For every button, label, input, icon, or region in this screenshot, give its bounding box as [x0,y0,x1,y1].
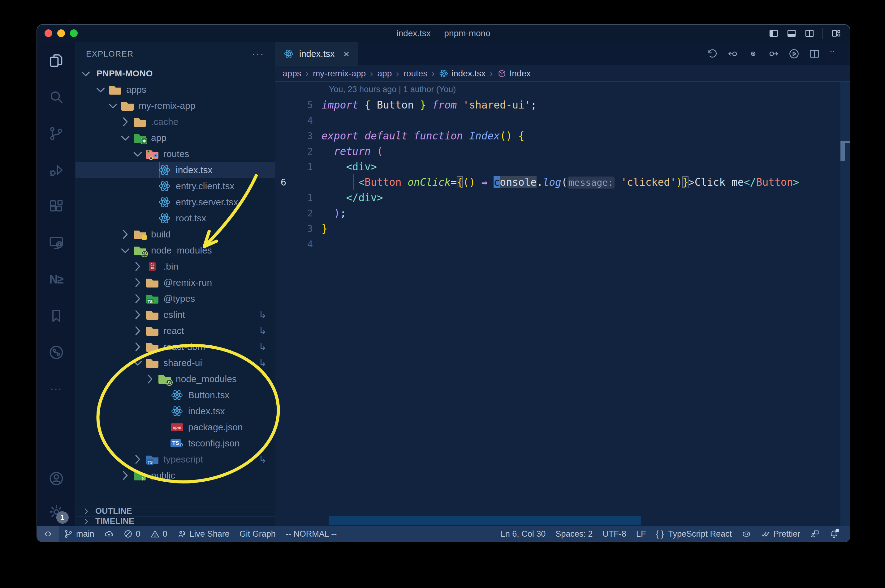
tree-item-eslint[interactable]: eslint↳ [75,307,275,323]
status-prettier[interactable]: ✓✓Prettier [756,526,805,542]
tree-item-shared-ui[interactable]: shared-ui↳ [75,355,275,371]
breadcrumb-separator: › [490,69,493,78]
code-line[interactable]: 4 [275,112,850,128]
status-git-branch[interactable]: main [59,526,99,542]
breadcrumb-my-remix-app[interactable]: my-remix-app [313,69,366,78]
breadcrumb-apps[interactable]: apps [283,69,301,78]
activity-search-icon[interactable] [48,89,64,105]
status-encoding[interactable]: UTF-8 [598,526,631,542]
code-line[interactable]: 4 [275,236,850,252]
close-tab-icon[interactable]: × [343,48,349,60]
status-copilot[interactable] [737,526,756,542]
layout-grid-icon[interactable] [831,28,841,38]
tree-item-button-tsx[interactable]: Button.tsx [75,387,275,403]
tree-item--remix-run[interactable]: @remix-run [75,274,275,291]
activity-run-debug-icon[interactable] [48,162,64,178]
nav-previous-change-icon[interactable] [727,48,738,59]
more-actions-icon[interactable]: ⋯ [829,48,840,59]
code-line[interactable]: 2 ); [275,205,850,221]
activity-extensions-icon[interactable] [48,198,64,214]
tree-item-label: node_modules [176,374,237,384]
status-eol[interactable]: LF [631,526,651,542]
chevron-right-icon [131,260,145,274]
tree-item-react-dom[interactable]: react-dom↳ [75,339,275,355]
tree-item--bin[interactable]: 0110.bin [75,258,275,274]
tree-item-build[interactable]: build [75,226,275,242]
code-line[interactable]: 1 </div> [275,190,850,205]
tab-index-tsx[interactable]: index.tsx × [275,42,358,66]
breadcrumb-app[interactable]: app [378,69,392,78]
code-line[interactable]: 2 return ( [275,144,850,159]
status-remote-indicator[interactable] [37,526,59,542]
tree-item-index-tsx[interactable]: index.tsx [75,162,275,178]
panel-left-icon[interactable] [769,28,778,38]
tree-item-apps[interactable]: apps [75,82,275,98]
activity-nx-console-icon[interactable]: N≥ [48,272,64,288]
tree-item-tsconfig-json[interactable]: TS⚙tsconfig.json [75,435,275,452]
run-file-icon[interactable] [789,48,799,59]
tree-item-typescript[interactable]: TStypescript↳ [75,452,275,467]
status-label: LF [636,529,646,539]
tree-item-node-modules[interactable]: JSnode_modules [75,371,275,387]
symlink-icon: ↳ [258,341,267,353]
activity-source-control-icon[interactable] [48,126,64,142]
split-editor-icon[interactable] [809,48,820,59]
tree-item-label: entry.client.tsx [176,181,235,191]
code-line[interactable]: 1 <div> [275,159,850,174]
code-line[interactable]: 5import { Button } from 'shared-ui'; [275,97,850,112]
code-editor[interactable]: You, 23 hours ago | 1 author (You) 5impo… [275,82,850,526]
code-line-current[interactable]: 6 <Button onClick={() ⇒ console.log(mess… [275,174,850,190]
activity-settings-icon[interactable]: 1 [48,504,64,520]
activity-additional-views-icon[interactable]: ⋯ [48,381,64,397]
panel-bottom-icon[interactable] [787,28,796,38]
activity-bookmarks-icon[interactable] [48,308,64,324]
status-cursor-position[interactable]: Ln 6, Col 30 [496,526,551,542]
line-number: 3 [275,130,322,141]
status-git-graph[interactable]: Git Graph [235,526,281,542]
status-indentation[interactable]: Spaces: 2 [551,526,598,542]
sidebar-section-outline[interactable]: OUTLINE [75,506,275,516]
activity-git-graph-view-icon[interactable] [48,344,64,360]
nav-next-change-icon[interactable] [768,48,779,59]
tree-item-node-modules[interactable]: JSnode_modules [75,242,275,258]
tree-item-react[interactable]: react↳ [75,323,275,339]
status-live-share[interactable]: Live Share [172,526,235,542]
activity-explorer-icon[interactable] [48,52,64,69]
status-errors[interactable]: 0 [119,526,146,542]
code-line[interactable]: 3} [275,221,850,236]
status-warnings[interactable]: 0 [146,526,172,542]
status-language-mode[interactable]: { }TypeScript React [651,526,737,542]
status-vim-mode[interactable]: -- NORMAL -- [281,526,342,542]
tree-item--cache[interactable]: .cache [75,114,275,130]
status-feedback[interactable] [805,526,824,542]
vertical-scrollbar[interactable] [840,82,850,526]
status-notifications[interactable] [824,526,844,542]
activity-accounts-icon[interactable] [48,471,64,487]
horizontal-scrollbar[interactable] [329,516,641,525]
panel-right-icon[interactable] [805,28,814,38]
tree-item-public[interactable]: ꔘpublic [75,467,275,483]
tree-item-routes[interactable]: routes [75,146,275,162]
breadcrumb-index[interactable]: Index [497,69,531,78]
tree-item--types[interactable]: TS@types [75,291,275,307]
local-history-icon[interactable] [707,48,718,59]
tree-root-pnpm-mono[interactable]: PNPM-MONO [75,66,275,82]
tree-item-entry-client-tsx[interactable]: entry.client.tsx [75,178,275,194]
code-text: import { Button } from 'shared-ui'; [322,99,537,111]
tree-item-package-json[interactable]: npmpackage.json [75,419,275,435]
tree-item-entry-server-tsx[interactable]: entry.server.tsx [75,194,275,210]
tree-item-root-tsx[interactable]: root.tsx [75,210,275,226]
tree-item-my-remix-app[interactable]: my-remix-app [75,98,275,114]
nav-current-icon[interactable] [748,48,759,59]
tree-item-app[interactable]: ✱app [75,130,275,146]
breadcrumb-routes[interactable]: routes [403,69,427,78]
breadcrumb-index-tsx[interactable]: index.tsx [439,69,486,78]
status-sync-changes[interactable] [99,526,119,542]
code-line[interactable]: 3export default function Index() { [275,128,850,144]
sidebar-section-timeline[interactable]: TIMELINE [75,516,275,526]
activity-remote-explorer-icon[interactable] [48,235,64,251]
tree-item-label: apps [126,84,146,95]
tree-item-index-tsx[interactable]: index.tsx [75,403,275,419]
explorer-more-actions-icon[interactable]: ··· [252,48,264,60]
status-label: Prettier [773,529,800,539]
